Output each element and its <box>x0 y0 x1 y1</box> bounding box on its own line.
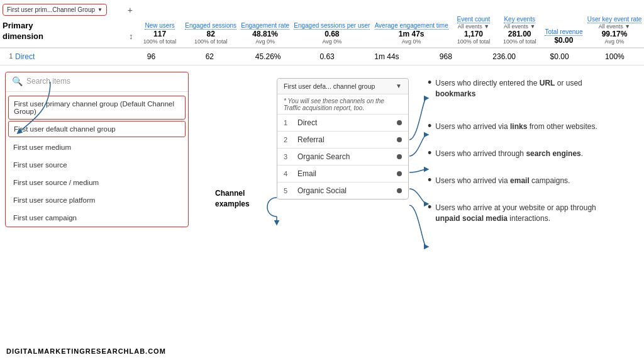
dropdown-item-6[interactable]: First user campaign <box>6 209 188 227</box>
channel-row-1: 1 Direct <box>277 114 408 131</box>
dim-cell: First user prim...Channel Group ▼ + Prim… <box>3 4 125 45</box>
metric-headers: New users 117 100% of total Engaged sess… <box>137 15 645 45</box>
dropdown-item-5[interactable]: First user source platform <box>6 191 188 209</box>
annotation-4: • Users who arrived via email campaigns. <box>428 176 610 186</box>
metric-name-engaged-per-user: Engaged sessions per user <box>294 22 370 30</box>
dropdown-panel: 🔍 Search items First user primary channe… <box>5 72 189 227</box>
metric-name-key-events: Key events <box>504 16 535 23</box>
channel-table: First user defa... channel group ▼ * You… <box>277 78 409 200</box>
bottom-section: 🔍 Search items First user primary channe… <box>0 65 644 311</box>
right-area: Channel examples First user defa... chan… <box>189 72 639 305</box>
annotation-text-4: Users who arrived via email campaigns. <box>435 176 570 186</box>
top-table-section: First user prim...Channel Group ▼ + Prim… <box>0 0 644 65</box>
metric-pct-new-users: 100% of total <box>139 38 180 45</box>
annotation-2: • Users who arrived via links from other… <box>428 121 610 132</box>
dropdown-item-0[interactable]: First user primary channel group (Defaul… <box>8 96 186 120</box>
metric-col-avg-engagement-time: Average engagement time 1m 47s Avg 0% <box>374 21 450 45</box>
row-val-engaged-per-user: 0.63 <box>304 52 350 61</box>
metric-col-engagement-rate: Engagement rate 48.81% Avg 0% <box>240 21 291 45</box>
channel-row-2: 2 Referral <box>277 131 408 148</box>
annotation-5: • Users who arrive at your website or ap… <box>428 203 610 224</box>
dropdown-item-2[interactable]: First user medium <box>6 138 188 156</box>
channel-dot-1 <box>397 120 402 125</box>
channel-dot-3 <box>397 154 402 159</box>
metric-col-engaged-sessions: Engaged sessions 82 100% of total <box>184 21 238 45</box>
table-header-row: First user prim...Channel Group ▼ + Prim… <box>0 0 644 48</box>
row-metrics: 96 62 45.26% 0.63 1m 44s 968 236.00 $0.0… <box>122 52 644 61</box>
metric-col-engaged-per-user: Engaged sessions per user 0.68 Avg 0% <box>292 21 371 45</box>
sort-icon: ↕ <box>129 31 133 45</box>
metric-pct-event-count: 100% of total <box>453 38 494 45</box>
bullet-2: • <box>428 120 431 132</box>
dropdown-item-3[interactable]: First user source <box>6 156 188 174</box>
footer: DIGITALMARKETINGRESEARCHLAB.COM <box>6 347 166 355</box>
annotation-1: • Users who directly entered the URL or … <box>428 78 610 99</box>
metric-col-key-events: Key events All events ▼ 281.00 100% of t… <box>497 15 541 45</box>
channel-num-3: 3 <box>284 153 292 160</box>
footer-label: DIGITALMARKETINGRESEARCHLAB.COM <box>6 347 166 355</box>
metric-name-user-key-event-rate: User key event rate <box>587 16 642 23</box>
metric-total-event-count: 1,170 <box>453 30 494 38</box>
metric-sub-user-key-event-rate[interactable]: All events ▼ <box>587 23 642 30</box>
channel-note: * You will see these channels on the Tra… <box>277 94 408 114</box>
row-dim-val[interactable]: Direct <box>15 52 122 61</box>
annotation-text-3: Users who arrived through search engines… <box>435 149 583 159</box>
dropdown-item-4[interactable]: First user source / medium <box>6 174 188 191</box>
app-container: First user prim...Channel Group ▼ + Prim… <box>0 0 644 360</box>
chevron-down-icon: ▼ <box>396 82 402 89</box>
dropdown-item-1[interactable]: First user default channel group <box>8 121 186 137</box>
row-val-engaged-sessions: 62 <box>187 52 231 61</box>
metric-name-new-users: New users <box>145 22 174 30</box>
dim-pill-label: First user prim...Channel Group <box>7 6 95 13</box>
table-row: 1 Direct 96 62 45.26% 0.63 1m 44s 968 23… <box>0 48 644 65</box>
row-val-engagement-rate: 45.26% <box>246 52 290 61</box>
metric-total-avg-engagement-time: 1m 47s <box>375 30 448 38</box>
channel-row-3: 3 Organic Search <box>277 148 408 165</box>
metric-pct-engaged-sessions: 100% of total <box>185 38 236 45</box>
annotation-3: • Users who arrived through search engin… <box>428 149 610 159</box>
channel-num-2: 2 <box>284 136 292 143</box>
metric-total-new-users: 117 <box>139 30 180 38</box>
channel-name-referral: Referral <box>297 135 392 144</box>
bullet-3: • <box>428 147 431 159</box>
channel-table-header[interactable]: First user defa... channel group ▼ <box>277 79 408 94</box>
primary-dimension-label: Primary dimension <box>3 21 43 42</box>
row-val-avg-engagement-time: 1m 44s <box>364 52 409 61</box>
metric-total-engagement-rate: 48.81% <box>241 30 289 38</box>
channel-dot-5 <box>397 188 402 193</box>
metric-sub-event-count[interactable]: All events ▼ <box>453 23 494 30</box>
bullet-4: • <box>428 174 431 186</box>
row-val-user-key-event-rate: 100% <box>592 52 636 61</box>
annotation-text-2: Users who arrived via links from other w… <box>435 121 597 132</box>
channel-name-organic-social: Organic Social <box>297 186 392 195</box>
channel-num-1: 1 <box>284 119 292 127</box>
metric-total-key-events: 281.00 <box>499 30 540 38</box>
dim-pill[interactable]: First user prim...Channel Group ▼ <box>3 4 107 16</box>
metric-col-event-count: Event count All events ▼ 1,170 100% of t… <box>452 15 496 45</box>
channel-num-5: 5 <box>284 187 292 194</box>
search-icon: 🔍 <box>12 76 23 86</box>
metric-name-engaged-sessions: Engaged sessions <box>185 22 236 30</box>
channel-dot-2 <box>397 137 402 142</box>
chevron-down-icon: ▼ <box>97 7 103 13</box>
metric-col-new-users: New users 117 100% of total <box>138 21 182 45</box>
row-val-event-count: 968 <box>424 52 468 61</box>
row-val-key-events: 236.00 <box>482 52 526 61</box>
metric-total-engaged-per-user: 0.68 <box>294 30 370 38</box>
bullet-5: • <box>428 201 431 213</box>
plus-icon[interactable]: + <box>128 5 133 15</box>
bullet-1: • <box>428 77 431 88</box>
annotation-text-1: Users who directly entered the URL or us… <box>435 78 610 99</box>
metric-sub-key-events[interactable]: All events ▼ <box>499 23 540 30</box>
metric-total-total-revenue: $0.00 <box>545 36 582 45</box>
metric-col-user-key-event-rate: User key event rate All events ▼ 99.17% … <box>586 15 643 45</box>
metric-name-avg-engagement-time: Average engagement time <box>375 22 448 30</box>
channel-name-organic-search: Organic Search <box>297 152 392 161</box>
channel-examples-label: Channel examples <box>215 188 250 210</box>
search-row: 🔍 Search items <box>6 72 188 92</box>
metric-pct-key-events: 100% of total <box>499 38 540 45</box>
search-input[interactable]: Search items <box>26 77 182 86</box>
channel-row-4: 4 Email <box>277 165 408 182</box>
metric-pct-user-key-event-rate: Avg 0% <box>587 38 642 45</box>
metric-pct-engagement-rate: Avg 0% <box>241 38 289 45</box>
